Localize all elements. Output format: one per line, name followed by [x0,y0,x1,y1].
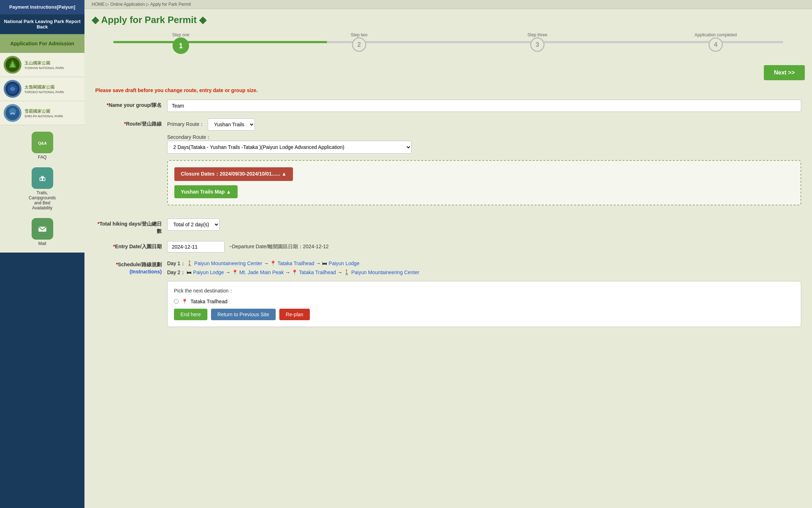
steps-list: Step one 1 Step two 2 Step three 3 Appli… [92,31,805,54]
step-2-circle[interactable]: 2 [352,37,366,52]
total-hiking-label-text: Total hiking days/登山總日數 [100,221,162,234]
secondary-route-select[interactable]: 2 Days(Tataka - Yushan Trails -Tataka )(… [167,141,412,154]
end-here-button[interactable]: End here [174,309,207,320]
sidebar-item-sheipa[interactable]: 雪霸國家公園 SHEI-PA NATIONAL PARK [0,101,84,125]
paiyun-lodge-link-1[interactable]: Paiyun Lodge [329,260,359,266]
map-button[interactable]: Yushan Trails Map ▲ [174,185,238,198]
sidebar-icons: Q&A FAQ Trails, Campgroun [0,125,84,253]
yushan-park-name: 玉山國家公園 YUSHAN NATIONAL PARK [24,60,64,70]
total-hiking-field: Total of 1 day(s) Total of 2 day(s) Tota… [167,218,801,231]
step-1-label: Step one [172,32,189,37]
step-3: Step three 3 [448,31,627,54]
secondary-route-label: Secondary Route： [167,134,211,140]
hiker-icon-1: 🚶 [187,260,193,266]
departure-text: ~Departure Date/離開園區日期：2024-12-12 [229,244,329,250]
route-label-text: Route/登山路線 [126,121,162,127]
hiker-icon-2: 🚶 [344,269,350,275]
dest-location-icon: 📍 [182,299,188,304]
route-field: Primary Route： Yushan Trails Secondary R… [167,118,801,154]
yushan-logo [4,56,22,74]
step-1-circle[interactable]: 1 [173,37,189,54]
lodge-icon-1: 🛏 [322,260,327,266]
group-name-label-text: Name your group/隊名 [109,102,162,108]
sidebar-item-taroko[interactable]: 太魯閣國家公園 TAROKO NATIONAL PARK [0,77,84,101]
destination-radio[interactable] [174,299,179,304]
mail-icon [32,218,53,240]
svg-rect-14 [43,178,45,180]
group-name-row: *Name your group/隊名 [95,100,801,112]
next-btn-area: Next >> [84,62,812,84]
sidebar-item-yushan[interactable]: 玉山國家公園 YUSHAN NATIONAL PARK [0,53,84,77]
sidebar-item-faq[interactable]: Q&A FAQ [29,129,56,163]
faq-icon: Q&A [32,132,53,153]
schedule-day1: Day 1： 🚶 Paiyun Mountaineering Center → … [167,259,801,268]
paiyun-center-link-2[interactable]: Paiyun Mountaineering Center [351,269,419,275]
secondary-route-row: Secondary Route： 2 Days(Tataka - Yushan … [167,134,801,154]
info-box-spacer [95,160,167,162]
taroko-park-name: 太魯閣國家公園 TAROKO NATIONAL PARK [24,84,64,94]
sidebar-parks: 玉山國家公園 YUSHAN NATIONAL PARK 太魯閣國家公園 TARO… [0,53,84,125]
entry-date-label: *Entry Date/入園日期 [95,241,167,250]
svg-rect-13 [40,178,42,180]
entry-date-field: ~Departure Date/離開園區日期：2024-12-12 [167,241,801,253]
sidebar-item-payment[interactable]: Payment Instructions[Paiyun] [0,0,84,14]
arrow1: → [263,260,269,266]
steps-container: Step one 1 Step two 2 Step three 3 Appli… [84,27,812,62]
step-2-label: Step two [351,32,368,37]
total-hiking-label: *Total hiking days/登山總日數 [95,218,167,235]
trails-icon [32,167,53,189]
schedule-day2: Day 2： 🛏 Paiyun Lodge → 📍 Mt. Jade Main … [167,268,801,277]
info-box-field: Closure Dates：2024/09/30-2024/10/01.....… [167,160,801,212]
arrow4: → [285,269,290,275]
tataka-link-2[interactable]: Tataka Trailhead [299,269,336,275]
schedule-label-text: Schedule/路線規劃 [118,262,162,267]
form-area: Please save draft before you change rout… [84,84,812,344]
diamond-left: ◆ [92,14,101,25]
step-4-circle[interactable]: 4 [708,37,723,52]
info-box: Closure Dates：2024/09/30-2024/10/01.....… [167,160,801,205]
main-content: HOME ▷ Online Application ▷ Apply for Pa… [84,0,812,508]
entry-date-row: *Entry Date/入園日期 ~Departure Date/離開園區日期：… [95,241,801,253]
svg-rect-12 [41,176,44,178]
arrow3: → [225,269,230,275]
primary-route-row: Primary Route： Yushan Trails [167,118,801,131]
group-name-input[interactable] [167,100,801,112]
step-4: Application completed 4 [627,31,805,54]
entry-date-label-text: Entry Date/入園日期 [115,244,162,249]
sidebar-item-leaving[interactable]: National Park Leaving Park Report Back [0,14,84,34]
route-label: *Route/登山路線 [95,118,167,128]
step-3-circle[interactable]: 3 [530,37,545,52]
sidebar-item-trails[interactable]: Trails, Campgrounds and Bed Availability [23,164,61,213]
return-previous-button[interactable]: Return to Previous Site [211,309,276,320]
steps-bar: Step one 1 Step two 2 Step three 3 Appli… [92,31,805,60]
destination-option: 📍 Tataka Trailhead [174,299,794,304]
destination-option-text: Tataka Trailhead [191,299,228,304]
paiyun-center-link[interactable]: Paiyun Mountaineering Center [194,260,262,266]
sidebar-top: Payment Instructions[Paiyun] National Pa… [0,0,84,34]
next-button[interactable]: Next >> [764,65,805,80]
page-title: ◆ Apply for Park Permit ◆ [92,14,805,26]
sidebar-item-mail[interactable]: Mail [29,215,56,249]
sidebar-item-admission[interactable]: Application For Admission [0,34,84,53]
closure-dates-button[interactable]: Closure Dates：2024/09/30-2024/10/01.....… [174,167,293,181]
step-2: Step two 2 [270,31,448,54]
tataka-link-1[interactable]: Tataka Trailhead [277,260,315,266]
primary-route-label: Primary Route： [167,121,204,128]
total-hiking-row: *Total hiking days/登山總日數 Total of 1 day(… [95,218,801,235]
location-icon-3: 📍 [292,269,298,275]
route-row: *Route/登山路線 Primary Route： Yushan Trails… [95,118,801,154]
taroko-logo [4,80,22,98]
re-plan-button[interactable]: Re-plan [279,309,310,320]
mt-jade-link[interactable]: Mt. Jade Main Peak [239,269,284,275]
sidebar: Payment Instructions[Paiyun] National Pa… [0,0,84,508]
total-hiking-select[interactable]: Total of 1 day(s) Total of 2 day(s) Tota… [167,218,220,231]
destination-buttons: End here Return to Previous Site Re-plan [174,309,794,320]
instructions-link[interactable]: (Instructions) [130,269,162,275]
paiyun-lodge-link-2[interactable]: Paiyun Lodge [193,269,224,275]
primary-route-select[interactable]: Yushan Trails [208,118,255,131]
breadcrumb: HOME ▷ Online Application ▷ Apply for Pa… [84,0,812,9]
entry-date-input[interactable] [167,241,225,253]
info-box-row: Closure Dates：2024/09/30-2024/10/01.....… [95,160,801,212]
page-header: ◆ Apply for Park Permit ◆ [84,9,812,27]
svg-point-7 [9,108,16,115]
